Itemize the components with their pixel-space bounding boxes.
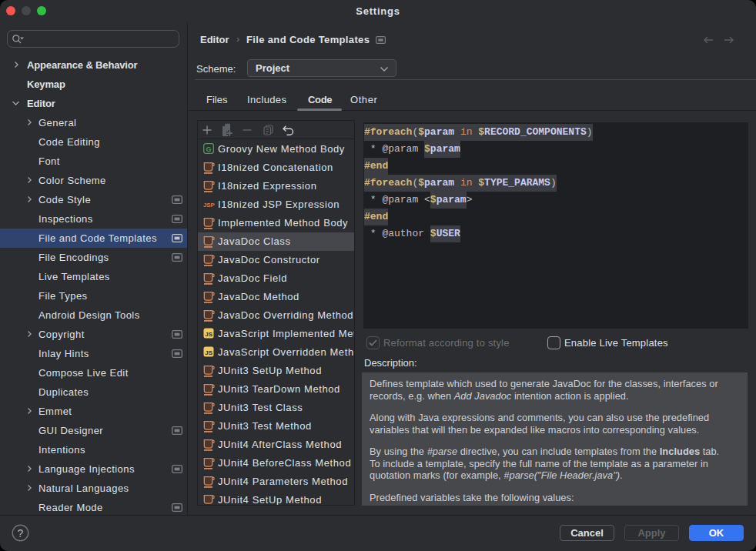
svg-text:JSP: JSP <box>203 202 216 209</box>
svg-text:JS: JS <box>205 349 212 356</box>
svg-text:JS: JS <box>205 331 212 338</box>
svg-text:?: ? <box>18 527 24 539</box>
svg-text:G: G <box>206 145 211 153</box>
